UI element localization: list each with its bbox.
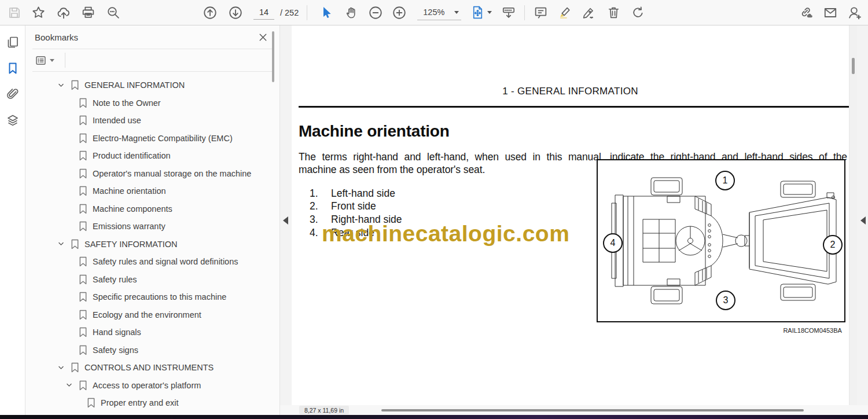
pdf-page: 1 - GENERAL INFORMATION Machine orientat… [292,25,849,405]
highlight-button[interactable] [556,4,573,21]
previous-view-arrow[interactable] [283,216,288,225]
page-thumbnails-icon [6,35,20,49]
bookmark-item-label: SAFETY INFORMATION [84,240,178,249]
zoom-in-button[interactable] [391,4,408,21]
document-area: 1 - GENERAL INFORMATION Machine orientat… [280,25,868,419]
main-area: Bookmarks GENERAL INFORMATION Note to [0,25,868,419]
bookmark-tree-item[interactable]: Proper entry and exit [25,394,279,412]
list-item-label: Left-hand side [331,188,395,200]
bookmark-tree-item[interactable]: Safety rules and signal word definitions [25,253,279,271]
bookmark-tree-item[interactable]: Hand signals [25,324,279,341]
next-view-arrow[interactable] [860,216,866,225]
top-toolbar: / 252 125% [0,0,868,25]
bookmarks-scrollbar[interactable] [272,31,274,82]
delete-button[interactable] [605,4,622,21]
bookmark-icon [79,98,87,108]
print-button[interactable] [79,4,97,21]
bookmark-icon [71,239,79,249]
bookmark-tree-item[interactable]: Specific precautions to this machine [25,288,279,306]
horizontal-scrollbar-thumb[interactable] [381,409,804,411]
chevron-down-icon[interactable] [58,241,71,247]
vertical-scrollbar-thumb[interactable] [852,58,855,74]
bookmarks-panel-button[interactable] [5,60,21,76]
chevron-down-icon [487,11,492,14]
list-item-number: 2. [310,200,331,212]
bookmark-item-label: Note to the Owner [93,98,161,108]
bookmark-item-label: Operator's manual storage on the machine [93,169,251,178]
close-panel-button[interactable] [255,30,270,45]
bookmark-tree-item[interactable]: Machine components [25,200,279,218]
select-cursor-icon [319,6,333,20]
bookmark-item-label: Safety rules and signal word definitions [93,257,238,266]
page-size-label: 8,27 x 11,69 in [299,406,349,414]
chevron-down-icon[interactable] [58,82,71,89]
share-link-button[interactable] [797,4,815,21]
page-thumbnails-panel-button[interactable] [5,34,21,50]
bookmark-icon [79,256,87,267]
figure-callout-3: 3 [716,291,735,310]
refresh-icon [631,5,645,20]
status-bar: 8,27 x 11,69 in [280,405,868,415]
bookmarks-tree: GENERAL INFORMATION Note to the Owner In… [25,72,279,419]
bookmark-tree-item[interactable]: Machine orientation [25,182,279,200]
search-button[interactable] [104,4,122,21]
next-page-button[interactable] [227,4,244,21]
select-tool-button[interactable] [318,4,335,21]
highlighter-icon [558,5,572,20]
list-item-number: 1. [310,188,331,200]
bookmark-item-label: Specific precautions to this machine [93,292,226,302]
bookmark-tree-item[interactable]: Ecology and the environment [25,306,279,324]
bookmark-icon [79,292,87,302]
cloud-upload-button[interactable] [55,4,72,21]
comment-button[interactable] [532,4,549,21]
previous-page-button[interactable] [201,4,219,21]
email-button[interactable] [822,4,839,21]
figure-callout-1: 1 [715,171,735,190]
zoom-out-button[interactable] [367,4,384,21]
trash-icon [606,5,621,20]
bookmark-options-button[interactable] [35,54,54,67]
bookmark-tree-item[interactable]: Operator's manual storage on the machine [25,165,279,183]
bookmark-tree-item[interactable]: Emissions warranty [25,218,279,236]
bookmark-tree-item[interactable]: Note to the Owner [25,94,279,112]
bookmarks-panel-title: Bookmarks [35,32,78,42]
vertical-scrollbar-track[interactable] [849,25,857,405]
share-with-people-button[interactable] [846,4,863,21]
sign-button[interactable] [580,4,598,21]
figure-callout-2: 2 [823,235,843,255]
scrolling-mode-button[interactable] [500,4,517,21]
zoom-level-dropdown[interactable]: 125% [417,5,461,20]
section-title: Machine orientation [299,122,450,141]
bookmark-tree-item[interactable]: Intended use [25,112,279,130]
figure-caption: RAIL18COM0453BA 1 [597,327,849,334]
bookmark-tree-item[interactable]: Access to operator's platform [25,377,279,395]
star-button[interactable] [30,4,47,21]
hand-tool-button[interactable] [343,4,360,21]
bookmark-item-label: Safety signs [93,346,138,355]
chevron-down-icon[interactable] [66,382,79,388]
toolbar-divider [307,5,307,20]
fit-page-dropdown[interactable] [470,5,492,20]
refresh-button[interactable] [629,4,646,21]
toolbar-divider [524,5,525,20]
scrolling-mode-icon [501,5,516,20]
page-number-input[interactable] [253,6,274,20]
layers-panel-button[interactable] [5,112,21,128]
save-button[interactable] [6,4,23,21]
attachments-panel-button[interactable] [5,86,21,102]
page-down-icon [228,5,243,20]
bookmark-tree-item[interactable]: GENERAL INFORMATION [25,76,279,94]
bookmark-icon [79,168,87,179]
figure-callout-4: 4 [603,233,623,253]
bookmark-tree-item[interactable]: Product identification [25,147,279,165]
bookmark-tree-item[interactable]: Safety rules [25,271,279,289]
bookmark-tree-item[interactable]: Electro-Magnetic Compatibility (EMC) [25,130,279,148]
page-up-icon [203,5,218,20]
bookmark-tree-item[interactable]: SAFETY INFORMATION [25,236,279,253]
bookmark-item-label: Ecology and the environment [93,310,201,319]
chevron-down-icon[interactable] [58,365,71,371]
zoom-in-icon [392,5,407,20]
bookmark-tree-item[interactable]: CONTROLS AND INSTRUMENTS [25,359,279,377]
zoom-level-value: 125% [423,8,444,17]
bookmark-tree-item[interactable]: Safety signs [25,341,279,359]
